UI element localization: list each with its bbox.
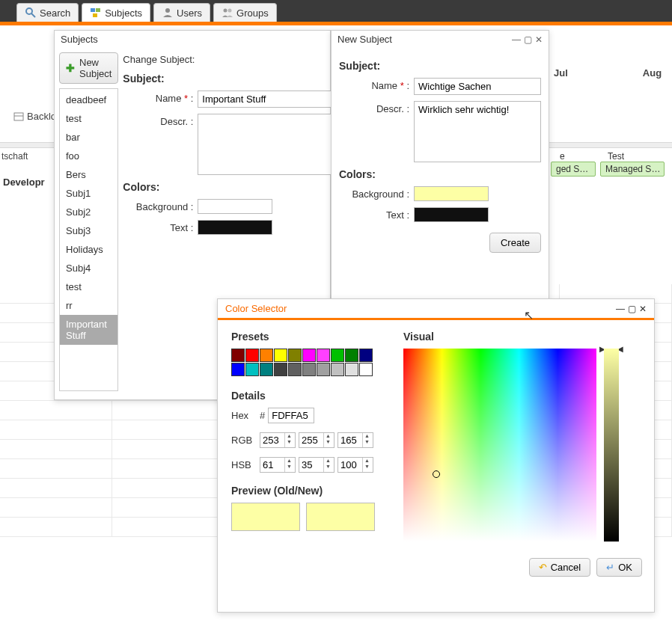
rgb-b-stepper[interactable]: ▲▼ bbox=[337, 432, 373, 448]
subjects-window-title-bar[interactable]: Subjects bbox=[55, 31, 330, 48]
users-icon bbox=[162, 7, 174, 19]
preset-swatch[interactable] bbox=[317, 363, 330, 376]
ok-button[interactable]: ↵ OK bbox=[596, 558, 642, 577]
preset-swatch[interactable] bbox=[345, 349, 358, 362]
svg-point-5 bbox=[165, 8, 170, 13]
new-subject-title-bar[interactable]: New Subject — ▢ ✕ bbox=[332, 31, 549, 48]
preset-swatch[interactable] bbox=[260, 363, 273, 376]
down-arrow-icon[interactable]: ▼ bbox=[363, 439, 371, 445]
down-arrow-icon[interactable]: ▼ bbox=[324, 439, 332, 445]
sv-cursor[interactable] bbox=[433, 470, 440, 478]
subject-item[interactable]: deadbeef bbox=[60, 91, 117, 109]
subject-item[interactable]: Bers bbox=[60, 165, 117, 184]
descr-textarea[interactable] bbox=[198, 114, 337, 175]
descr-label: Descr. : bbox=[123, 114, 198, 127]
up-arrow-icon[interactable]: ▲ bbox=[324, 458, 332, 464]
subject-item[interactable]: test bbox=[60, 277, 117, 296]
preset-swatch[interactable] bbox=[231, 363, 245, 376]
hsb-s-stepper[interactable]: ▲▼ bbox=[299, 457, 335, 473]
svg-rect-3 bbox=[96, 8, 100, 12]
ns-bg-color-swatch[interactable] bbox=[414, 186, 489, 201]
hsb-s-input[interactable] bbox=[299, 458, 323, 472]
users-tab[interactable]: Users bbox=[153, 3, 210, 22]
preset-swatch[interactable] bbox=[359, 349, 373, 362]
color-selector-title-bar[interactable]: Color Selector — ▢ ✕ bbox=[218, 299, 654, 320]
preset-swatch[interactable] bbox=[260, 349, 273, 362]
subject-item[interactable]: Important Stuff bbox=[60, 315, 117, 345]
up-arrow-icon[interactable]: ▲ bbox=[324, 433, 332, 439]
preset-swatch[interactable] bbox=[288, 363, 302, 376]
rgb-g-stepper[interactable]: ▲▼ bbox=[299, 432, 335, 448]
new-subject-button[interactable]: ✚ New Subject bbox=[59, 52, 118, 84]
subject-item[interactable]: Subj2 bbox=[60, 203, 117, 221]
maximize-icon[interactable]: ▢ bbox=[524, 34, 532, 45]
subject-item[interactable]: foo bbox=[60, 147, 117, 165]
preset-swatch[interactable] bbox=[331, 363, 344, 376]
pill-b[interactable]: Managed S… bbox=[600, 162, 665, 177]
ns-name-input[interactable] bbox=[414, 78, 541, 95]
hsb-b-stepper[interactable]: ▲▼ bbox=[337, 457, 373, 473]
plus-icon: ✚ bbox=[66, 62, 75, 74]
subject-item[interactable]: Subj3 bbox=[60, 221, 117, 240]
new-subject-title: New Subject bbox=[337, 34, 392, 45]
up-arrow-icon[interactable]: ▲ bbox=[363, 433, 371, 439]
up-arrow-icon[interactable]: ▲ bbox=[363, 458, 371, 464]
develop-label: Developr bbox=[3, 177, 45, 188]
ns-text-color-swatch[interactable] bbox=[414, 207, 489, 222]
groups-tab[interactable]: Groups bbox=[213, 3, 277, 22]
create-button[interactable]: Create bbox=[489, 233, 541, 253]
hex-input[interactable] bbox=[268, 408, 314, 423]
ns-descr-textarea[interactable] bbox=[414, 101, 541, 162]
subject-item[interactable]: Holidays bbox=[60, 240, 117, 259]
preset-swatch[interactable] bbox=[331, 349, 344, 362]
preset-swatch[interactable] bbox=[345, 363, 358, 376]
bg-color-swatch[interactable] bbox=[198, 199, 272, 214]
pill-a[interactable]: ged S… bbox=[551, 162, 596, 177]
down-arrow-icon[interactable]: ▼ bbox=[285, 464, 293, 470]
visual-heading: Visual bbox=[403, 331, 641, 343]
rgb-r-stepper[interactable]: ▲▼ bbox=[260, 432, 296, 448]
hsb-h-input[interactable] bbox=[260, 458, 284, 472]
subject-item[interactable]: rr bbox=[60, 296, 117, 315]
preset-swatch[interactable] bbox=[245, 363, 259, 376]
preset-swatch[interactable] bbox=[359, 363, 373, 376]
preset-swatch[interactable] bbox=[274, 349, 287, 362]
preset-swatch[interactable] bbox=[231, 349, 245, 362]
close-icon[interactable]: ✕ bbox=[535, 34, 543, 45]
subject-item[interactable]: bar bbox=[60, 128, 117, 147]
subjects-tab[interactable]: Subjects bbox=[82, 3, 150, 22]
preset-swatch[interactable] bbox=[317, 349, 330, 362]
preset-swatch[interactable] bbox=[274, 363, 287, 376]
subject-item[interactable]: test bbox=[60, 109, 117, 128]
subject-item[interactable]: Subj4 bbox=[60, 259, 117, 277]
down-arrow-icon[interactable]: ▼ bbox=[285, 439, 293, 445]
text-color-swatch[interactable] bbox=[198, 220, 272, 235]
subject-list[interactable]: deadbeeftestbarfooBersSubj1Subj2Subj3Hol… bbox=[59, 88, 118, 391]
cancel-button[interactable]: ↶ Cancel bbox=[529, 558, 590, 577]
preset-swatch[interactable] bbox=[302, 363, 316, 376]
minimize-icon[interactable]: — bbox=[512, 34, 521, 45]
preset-swatch[interactable] bbox=[302, 349, 316, 362]
name-input[interactable] bbox=[198, 91, 337, 108]
cancel-label: Cancel bbox=[551, 562, 581, 573]
preset-swatch[interactable] bbox=[245, 349, 259, 362]
hsb-b-input[interactable] bbox=[338, 458, 362, 472]
backlog-icon bbox=[13, 111, 24, 122]
rgb-b-input[interactable] bbox=[338, 433, 362, 447]
down-arrow-icon[interactable]: ▼ bbox=[363, 464, 371, 470]
sv-picker[interactable] bbox=[403, 349, 596, 542]
up-arrow-icon[interactable]: ▲ bbox=[285, 458, 293, 464]
value-strip[interactable] bbox=[604, 349, 619, 542]
up-arrow-icon[interactable]: ▲ bbox=[285, 433, 293, 439]
details-heading: Details bbox=[231, 390, 381, 402]
hsb-h-stepper[interactable]: ▲▼ bbox=[260, 457, 296, 473]
rgb-g-input[interactable] bbox=[299, 433, 323, 447]
search-tab[interactable]: Search bbox=[16, 3, 79, 22]
cs-close-icon[interactable]: ✕ bbox=[639, 304, 647, 314]
subject-item[interactable]: Subj1 bbox=[60, 184, 117, 203]
down-arrow-icon[interactable]: ▼ bbox=[324, 464, 332, 470]
rgb-r-input[interactable] bbox=[260, 433, 284, 447]
cs-maximize-icon[interactable]: ▢ bbox=[628, 304, 636, 314]
preset-swatch[interactable] bbox=[288, 349, 302, 362]
cs-minimize-icon[interactable]: — bbox=[616, 304, 625, 314]
